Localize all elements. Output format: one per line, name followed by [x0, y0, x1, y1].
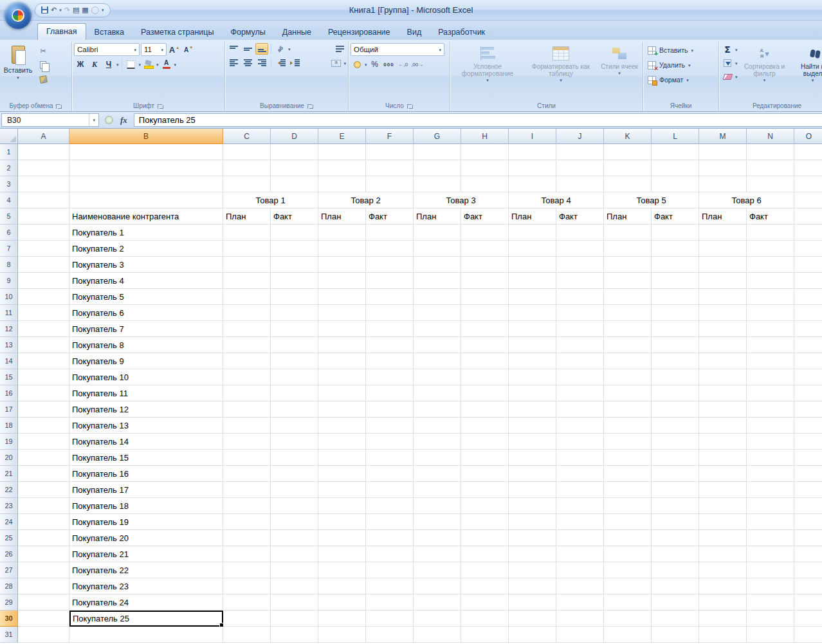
cell[interactable] — [366, 225, 414, 241]
cell[interactable] — [699, 578, 747, 594]
plan-header-cell[interactable]: План — [318, 208, 366, 225]
cell[interactable] — [223, 530, 271, 546]
cell[interactable] — [747, 594, 794, 611]
row-header-17[interactable]: 17 — [0, 401, 18, 418]
cell[interactable] — [223, 546, 271, 562]
cell[interactable] — [747, 466, 794, 482]
bold-button[interactable]: Ж — [74, 59, 87, 70]
plan-header-cell[interactable]: План — [509, 208, 556, 225]
row-header-14[interactable]: 14 — [0, 353, 18, 369]
cell[interactable] — [318, 562, 366, 578]
cell[interactable] — [18, 273, 69, 289]
cell[interactable] — [699, 418, 747, 434]
cell[interactable] — [747, 369, 794, 385]
column-header-M[interactable]: M — [699, 129, 747, 144]
cell[interactable] — [18, 530, 69, 546]
cell[interactable] — [366, 594, 414, 611]
cell[interactable] — [509, 434, 556, 450]
cell[interactable] — [794, 321, 822, 337]
cell[interactable] — [366, 498, 414, 514]
cell[interactable] — [747, 498, 794, 514]
cell[interactable] — [318, 273, 366, 289]
cell[interactable] — [794, 369, 822, 385]
cell[interactable] — [271, 160, 318, 176]
cell[interactable] — [271, 562, 318, 578]
cell[interactable] — [509, 225, 556, 241]
cell[interactable] — [747, 241, 794, 257]
cell[interactable] — [604, 273, 652, 289]
column-header-H[interactable]: H — [461, 129, 509, 144]
cell[interactable] — [652, 627, 699, 643]
cell[interactable] — [556, 546, 604, 562]
cell[interactable] — [461, 176, 509, 192]
cell[interactable] — [318, 482, 366, 498]
cell[interactable] — [604, 418, 652, 434]
align-center-button[interactable] — [241, 57, 254, 69]
cell[interactable] — [18, 466, 69, 482]
cell[interactable] — [604, 321, 652, 337]
cell[interactable] — [509, 385, 556, 401]
cell[interactable] — [366, 562, 414, 578]
cell[interactable] — [699, 289, 747, 305]
row-header-31[interactable]: 31 — [0, 627, 18, 643]
cell[interactable] — [461, 562, 509, 578]
cell[interactable] — [18, 192, 69, 208]
customer-cell[interactable]: Покупатель 5 — [69, 289, 223, 305]
cell[interactable] — [461, 401, 509, 418]
cell[interactable] — [794, 144, 822, 160]
cell[interactable] — [556, 225, 604, 241]
cell[interactable] — [69, 144, 223, 160]
cell[interactable] — [747, 353, 794, 369]
cell[interactable] — [699, 369, 747, 385]
row-header-10[interactable]: 10 — [0, 289, 18, 305]
cell[interactable] — [699, 450, 747, 466]
cell[interactable] — [318, 434, 366, 450]
cell[interactable] — [509, 160, 556, 176]
cell[interactable] — [414, 337, 461, 353]
cell[interactable] — [556, 482, 604, 498]
cell[interactable] — [747, 337, 794, 353]
percent-style-button[interactable]: % — [369, 59, 381, 70]
cell[interactable] — [223, 289, 271, 305]
cell[interactable] — [509, 594, 556, 611]
insert-cells-button[interactable]: Вставить ▾ — [645, 43, 717, 57]
cell[interactable] — [699, 434, 747, 450]
customer-cell[interactable]: Покупатель 20 — [69, 530, 223, 546]
cell[interactable] — [747, 321, 794, 337]
cell[interactable] — [366, 241, 414, 257]
cell[interactable] — [18, 144, 69, 160]
fact-header-cell[interactable]: Факт — [556, 208, 604, 225]
cell[interactable] — [509, 514, 556, 530]
cell[interactable] — [366, 289, 414, 305]
customer-cell[interactable]: Покупатель 9 — [69, 353, 223, 369]
cell[interactable] — [414, 498, 461, 514]
cell[interactable] — [556, 514, 604, 530]
cell[interactable] — [223, 369, 271, 385]
cell[interactable] — [461, 273, 509, 289]
fill-color-dropdown-arrow[interactable]: ▾ — [156, 62, 159, 67]
product-header-cell[interactable]: Товар 6 — [699, 192, 794, 208]
cell[interactable] — [747, 385, 794, 401]
cell[interactable] — [18, 401, 69, 418]
fact-header-cell[interactable]: Факт — [747, 208, 794, 225]
cell[interactable] — [747, 546, 794, 562]
cell[interactable] — [604, 466, 652, 482]
cell[interactable] — [414, 450, 461, 466]
autosum-dropdown-arrow[interactable]: ▾ — [735, 48, 738, 52]
cell[interactable] — [223, 418, 271, 434]
cell[interactable] — [794, 594, 822, 611]
merge-center-button[interactable] — [329, 57, 342, 69]
cell[interactable] — [18, 305, 69, 321]
cell[interactable] — [699, 562, 747, 578]
font-size-select[interactable]: 11▾ — [141, 43, 167, 56]
fill-button[interactable] — [721, 57, 734, 69]
fill-color-button[interactable] — [142, 59, 155, 70]
cell[interactable] — [223, 611, 271, 627]
borders-dropdown-arrow[interactable]: ▾ — [139, 62, 142, 67]
table-icon[interactable]: ▦ — [82, 6, 88, 14]
cell[interactable] — [794, 257, 822, 273]
cell[interactable] — [223, 450, 271, 466]
cell[interactable] — [271, 514, 318, 530]
tab-Рецензирование[interactable]: Рецензирование — [320, 24, 399, 40]
cell[interactable] — [652, 176, 699, 192]
